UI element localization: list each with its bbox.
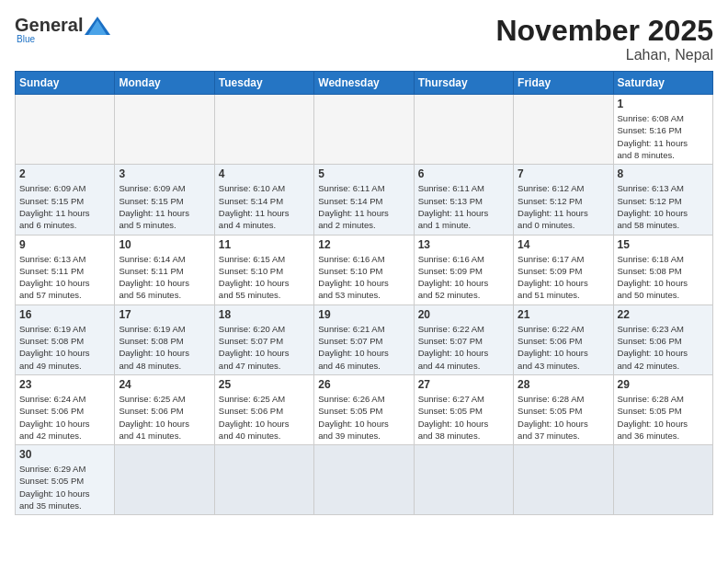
day-info: Sunrise: 6:22 AM Sunset: 5:06 PM Dayligh…: [518, 323, 609, 372]
logo: General Blue: [15, 15, 110, 44]
day-number: 12: [318, 238, 409, 251]
week-row-1: 1Sunrise: 6:08 AM Sunset: 5:16 PM Daylig…: [16, 95, 713, 165]
day-info: Sunrise: 6:28 AM Sunset: 5:05 PM Dayligh…: [618, 393, 709, 442]
day-cell: 23Sunrise: 6:24 AM Sunset: 5:06 PM Dayli…: [16, 374, 115, 444]
page: General Blue November 2025 Lahan, Nepal …: [0, 0, 728, 523]
day-number: 13: [418, 238, 509, 251]
day-info: Sunrise: 6:28 AM Sunset: 5:05 PM Dayligh…: [518, 393, 609, 442]
day-info: Sunrise: 6:25 AM Sunset: 5:06 PM Dayligh…: [219, 393, 310, 442]
day-number: 15: [618, 238, 709, 251]
day-info: Sunrise: 6:11 AM Sunset: 5:13 PM Dayligh…: [418, 182, 509, 231]
day-number: 2: [19, 167, 110, 180]
day-number: 27: [418, 378, 509, 391]
day-cell: 29Sunrise: 6:28 AM Sunset: 5:05 PM Dayli…: [613, 374, 712, 444]
day-cell: 28Sunrise: 6:28 AM Sunset: 5:05 PM Dayli…: [514, 374, 613, 444]
day-cell: [214, 445, 313, 515]
day-info: Sunrise: 6:21 AM Sunset: 5:07 PM Dayligh…: [318, 323, 409, 372]
day-number: 1: [618, 98, 709, 110]
day-cell: 30Sunrise: 6:29 AM Sunset: 5:05 PM Dayli…: [16, 445, 115, 515]
day-info: Sunrise: 6:25 AM Sunset: 5:06 PM Dayligh…: [119, 393, 210, 442]
day-info: Sunrise: 6:11 AM Sunset: 5:14 PM Dayligh…: [318, 182, 409, 231]
weekday-header-row: SundayMondayTuesdayWednesdayThursdayFrid…: [16, 72, 713, 95]
day-cell: 4Sunrise: 6:10 AM Sunset: 5:14 PM Daylig…: [214, 165, 313, 235]
weekday-header-monday: Monday: [115, 72, 214, 95]
day-info: Sunrise: 6:15 AM Sunset: 5:10 PM Dayligh…: [219, 253, 310, 302]
logo-tagline: Blue: [17, 34, 35, 44]
day-number: 3: [119, 167, 210, 180]
logo-general-text: General: [15, 15, 83, 36]
day-cell: 13Sunrise: 6:16 AM Sunset: 5:09 PM Dayli…: [414, 235, 513, 304]
day-cell: 3Sunrise: 6:09 AM Sunset: 5:15 PM Daylig…: [115, 165, 214, 235]
day-info: Sunrise: 6:14 AM Sunset: 5:11 PM Dayligh…: [119, 253, 210, 302]
day-number: 30: [19, 448, 110, 461]
day-cell: 22Sunrise: 6:23 AM Sunset: 5:06 PM Dayli…: [613, 304, 712, 374]
day-cell: 12Sunrise: 6:16 AM Sunset: 5:10 PM Dayli…: [314, 235, 414, 304]
day-info: Sunrise: 6:26 AM Sunset: 5:05 PM Dayligh…: [318, 393, 409, 442]
day-info: Sunrise: 6:16 AM Sunset: 5:09 PM Dayligh…: [418, 253, 509, 302]
day-number: 18: [219, 308, 310, 321]
day-number: 28: [518, 378, 609, 391]
day-cell: [514, 445, 613, 515]
logo-icon: [85, 17, 110, 35]
day-number: 17: [119, 308, 210, 321]
day-cell: 2Sunrise: 6:09 AM Sunset: 5:15 PM Daylig…: [16, 165, 115, 235]
day-number: 5: [318, 167, 409, 180]
day-info: Sunrise: 6:12 AM Sunset: 5:12 PM Dayligh…: [518, 182, 609, 231]
day-info: Sunrise: 6:24 AM Sunset: 5:06 PM Dayligh…: [19, 393, 110, 442]
day-info: Sunrise: 6:19 AM Sunset: 5:08 PM Dayligh…: [19, 323, 110, 372]
day-cell: 5Sunrise: 6:11 AM Sunset: 5:14 PM Daylig…: [314, 165, 414, 235]
day-cell: 26Sunrise: 6:26 AM Sunset: 5:05 PM Dayli…: [314, 374, 414, 444]
weekday-header-tuesday: Tuesday: [214, 72, 313, 95]
day-info: Sunrise: 6:09 AM Sunset: 5:15 PM Dayligh…: [19, 182, 110, 231]
day-number: 14: [518, 238, 609, 251]
weekday-header-friday: Friday: [514, 72, 613, 95]
day-cell: [16, 95, 115, 165]
day-cell: 25Sunrise: 6:25 AM Sunset: 5:06 PM Dayli…: [214, 374, 313, 444]
week-row-3: 9Sunrise: 6:13 AM Sunset: 5:11 PM Daylig…: [16, 235, 713, 304]
day-cell: 1Sunrise: 6:08 AM Sunset: 5:16 PM Daylig…: [613, 95, 712, 165]
day-cell: [115, 95, 214, 165]
day-info: Sunrise: 6:19 AM Sunset: 5:08 PM Dayligh…: [119, 323, 210, 372]
day-cell: 8Sunrise: 6:13 AM Sunset: 5:12 PM Daylig…: [613, 165, 712, 235]
day-cell: 21Sunrise: 6:22 AM Sunset: 5:06 PM Dayli…: [514, 304, 613, 374]
day-cell: [314, 445, 414, 515]
day-info: Sunrise: 6:27 AM Sunset: 5:05 PM Dayligh…: [418, 393, 509, 442]
weekday-header-thursday: Thursday: [414, 72, 513, 95]
day-number: 23: [19, 378, 110, 391]
day-cell: 15Sunrise: 6:18 AM Sunset: 5:08 PM Dayli…: [613, 235, 712, 304]
day-cell: 20Sunrise: 6:22 AM Sunset: 5:07 PM Dayli…: [414, 304, 513, 374]
day-cell: [414, 445, 513, 515]
day-number: 19: [318, 308, 409, 321]
day-cell: [613, 445, 712, 515]
day-cell: 6Sunrise: 6:11 AM Sunset: 5:13 PM Daylig…: [414, 165, 513, 235]
day-number: 11: [219, 238, 310, 251]
day-number: 9: [19, 238, 110, 251]
day-cell: 7Sunrise: 6:12 AM Sunset: 5:12 PM Daylig…: [514, 165, 613, 235]
day-number: 20: [418, 308, 509, 321]
weekday-header-saturday: Saturday: [613, 72, 712, 95]
day-cell: [314, 95, 414, 165]
title-block: November 2025 Lahan, Nepal: [495, 15, 713, 63]
day-number: 21: [518, 308, 609, 321]
day-info: Sunrise: 6:18 AM Sunset: 5:08 PM Dayligh…: [618, 253, 709, 302]
day-cell: [414, 95, 513, 165]
day-cell: 17Sunrise: 6:19 AM Sunset: 5:08 PM Dayli…: [115, 304, 214, 374]
day-number: 10: [119, 238, 210, 251]
day-info: Sunrise: 6:10 AM Sunset: 5:14 PM Dayligh…: [219, 182, 310, 231]
day-info: Sunrise: 6:20 AM Sunset: 5:07 PM Dayligh…: [219, 323, 310, 372]
location: Lahan, Nepal: [495, 47, 713, 63]
day-number: 6: [418, 167, 509, 180]
week-row-6: 30Sunrise: 6:29 AM Sunset: 5:05 PM Dayli…: [16, 445, 713, 515]
day-cell: [514, 95, 613, 165]
day-info: Sunrise: 6:17 AM Sunset: 5:09 PM Dayligh…: [518, 253, 609, 302]
day-info: Sunrise: 6:09 AM Sunset: 5:15 PM Dayligh…: [119, 182, 210, 231]
day-cell: 19Sunrise: 6:21 AM Sunset: 5:07 PM Dayli…: [314, 304, 414, 374]
day-number: 8: [618, 167, 709, 180]
day-number: 29: [618, 378, 709, 391]
day-number: 16: [19, 308, 110, 321]
day-cell: 27Sunrise: 6:27 AM Sunset: 5:05 PM Dayli…: [414, 374, 513, 444]
day-cell: 24Sunrise: 6:25 AM Sunset: 5:06 PM Dayli…: [115, 374, 214, 444]
day-cell: 9Sunrise: 6:13 AM Sunset: 5:11 PM Daylig…: [16, 235, 115, 304]
weekday-header-wednesday: Wednesday: [314, 72, 414, 95]
day-cell: [214, 95, 313, 165]
